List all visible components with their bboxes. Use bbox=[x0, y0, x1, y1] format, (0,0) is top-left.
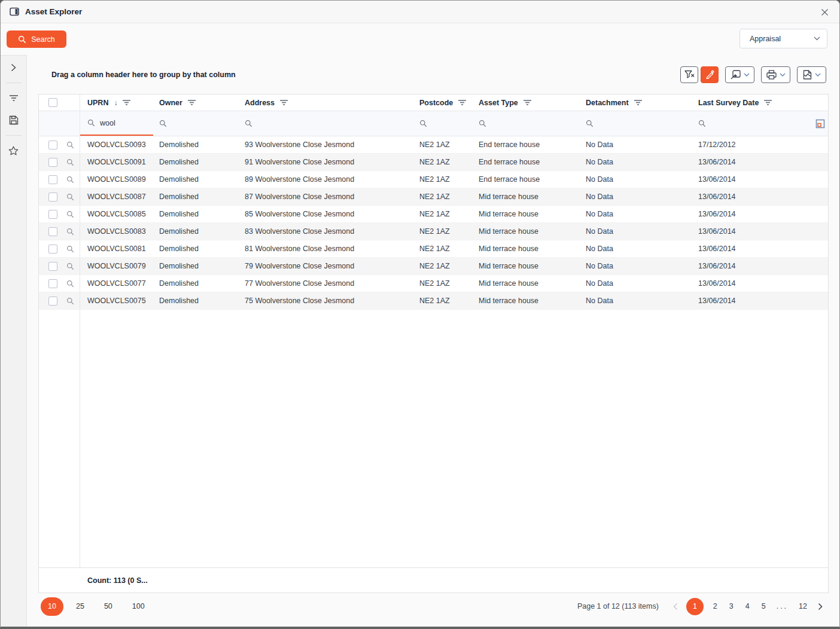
filter-cell-postcode[interactable] bbox=[413, 111, 473, 136]
page-size-100[interactable]: 100 bbox=[125, 602, 152, 610]
count-summary: Count: 113 (0 S... bbox=[87, 576, 148, 585]
filter-cell-owner[interactable] bbox=[153, 111, 239, 136]
cell-owner: Demolished bbox=[153, 175, 239, 184]
row-checkbox[interactable] bbox=[48, 175, 57, 184]
filter-cell-address[interactable] bbox=[239, 111, 413, 136]
cell-owner: Demolished bbox=[153, 193, 239, 201]
search-button[interactable]: Search bbox=[7, 30, 66, 48]
column-header-detachment[interactable]: Detachment bbox=[580, 99, 692, 107]
header-filter-icon[interactable] bbox=[764, 100, 772, 105]
row-checkbox[interactable] bbox=[48, 141, 57, 149]
column-header-asset-type[interactable]: Asset Type bbox=[473, 99, 580, 107]
row-checkbox[interactable] bbox=[48, 297, 57, 306]
header-filter-icon[interactable] bbox=[123, 100, 130, 105]
cell-postcode: NE2 1AZ bbox=[413, 297, 473, 305]
row-search-icon[interactable] bbox=[66, 280, 74, 288]
cell-owner: Demolished bbox=[153, 227, 239, 236]
cell-detachment: No Data bbox=[580, 297, 692, 305]
export-snapshot-button[interactable] bbox=[797, 66, 826, 83]
export-button[interactable] bbox=[725, 66, 754, 83]
row-search-icon[interactable] bbox=[66, 262, 74, 270]
page-size-10[interactable]: 10 bbox=[41, 597, 63, 616]
row-search-icon[interactable] bbox=[66, 176, 74, 184]
filter-panel-button[interactable] bbox=[5, 90, 22, 106]
page-button-1[interactable]: 1 bbox=[686, 598, 704, 615]
row-search-icon[interactable] bbox=[66, 193, 74, 201]
table-row[interactable]: WOOLVCLS0091 Demolished 91 Woolverstone … bbox=[39, 154, 828, 171]
row-checkbox[interactable] bbox=[48, 262, 57, 271]
row-search-icon[interactable] bbox=[66, 141, 74, 149]
row-checkbox[interactable] bbox=[48, 158, 57, 167]
magnifier-icon bbox=[245, 120, 252, 127]
print-button[interactable] bbox=[761, 66, 790, 83]
header-filter-icon[interactable] bbox=[524, 100, 531, 105]
header-filter-icon[interactable] bbox=[188, 100, 196, 105]
expand-panel-button[interactable] bbox=[5, 59, 22, 76]
table-row[interactable]: WOOLVCLS0079 Demolished 79 Woolverstone … bbox=[39, 258, 828, 275]
select-all-checkbox[interactable] bbox=[48, 98, 57, 107]
cell-last-survey-date: 13/06/2014 bbox=[692, 227, 829, 236]
cell-asset-type: Mid terrace house bbox=[473, 227, 580, 236]
header-filter-icon[interactable] bbox=[280, 100, 288, 105]
column-header-address[interactable]: Address bbox=[239, 99, 413, 107]
prev-page-icon[interactable] bbox=[668, 599, 683, 613]
table-row[interactable]: WOOLVCLS0075 Demolished 75 Woolverstone … bbox=[39, 292, 828, 310]
cell-last-survey-date: 13/06/2014 bbox=[692, 245, 829, 253]
table-row[interactable]: WOOLVCLS0081 Demolished 81 Woolverstone … bbox=[39, 240, 828, 258]
filter-cell-asset-type[interactable] bbox=[473, 111, 580, 136]
table-row[interactable]: WOOLVCLS0085 Demolished 85 Woolverstone … bbox=[39, 206, 828, 223]
page-button-4[interactable]: 4 bbox=[739, 598, 756, 615]
row-checkbox[interactable] bbox=[48, 227, 57, 236]
view-mode-select[interactable]: Appraisal bbox=[739, 29, 827, 48]
filter-cell-uprn[interactable]: wool bbox=[80, 111, 153, 136]
page-button-2[interactable]: 2 bbox=[707, 598, 723, 615]
cell-postcode: NE2 1AZ bbox=[413, 141, 473, 149]
page-button-3[interactable]: 3 bbox=[723, 598, 739, 615]
cell-detachment: No Data bbox=[580, 193, 692, 201]
table-row[interactable]: WOOLVCLS0087 Demolished 87 Woolverstone … bbox=[39, 188, 828, 206]
row-checkbox[interactable] bbox=[48, 279, 57, 288]
filter-cell-last-survey-date[interactable] bbox=[692, 111, 829, 136]
column-chooser-icon[interactable] bbox=[815, 119, 825, 129]
edit-button[interactable] bbox=[701, 66, 719, 83]
table-row[interactable]: WOOLVCLS0093 Demolished 93 Woolverstone … bbox=[39, 136, 828, 154]
column-header-postcode[interactable]: Postcode bbox=[413, 99, 473, 107]
page-button-12[interactable]: 12 bbox=[793, 598, 813, 615]
table-row[interactable]: WOOLVCLS0077 Demolished 77 Woolverstone … bbox=[39, 275, 828, 292]
row-checkbox[interactable] bbox=[48, 210, 57, 219]
cell-postcode: NE2 1AZ bbox=[413, 227, 473, 236]
cell-asset-type: Mid terrace house bbox=[473, 193, 580, 201]
cell-address: 91 Woolverstone Close Jesmond bbox=[239, 158, 413, 166]
header-filter-icon[interactable] bbox=[634, 100, 642, 105]
cell-detachment: No Data bbox=[580, 245, 692, 253]
chevron-right-icon bbox=[11, 63, 16, 72]
print-icon bbox=[766, 70, 777, 80]
row-search-icon[interactable] bbox=[66, 245, 74, 253]
column-header-owner[interactable]: Owner bbox=[153, 99, 239, 107]
row-search-icon[interactable] bbox=[66, 158, 74, 166]
page-button-5[interactable]: 5 bbox=[756, 598, 772, 615]
row-search-icon[interactable] bbox=[66, 297, 74, 305]
table-row[interactable]: WOOLVCLS0083 Demolished 83 Woolverstone … bbox=[39, 223, 828, 240]
magnifier-icon bbox=[479, 120, 486, 127]
asset-grid: UPRN ↓ Owner Address Postcode bbox=[38, 94, 829, 593]
save-layout-button[interactable] bbox=[5, 112, 22, 129]
column-header-last-survey-date[interactable]: Last Survey Date bbox=[692, 99, 829, 107]
next-page-icon[interactable] bbox=[813, 599, 827, 613]
clear-filter-button[interactable] bbox=[680, 66, 698, 83]
filter-input-uprn[interactable]: wool bbox=[100, 119, 115, 127]
page-size-50[interactable]: 50 bbox=[97, 602, 120, 610]
group-panel: Drag a column header here to group by th… bbox=[38, 55, 829, 94]
row-search-icon[interactable] bbox=[66, 210, 74, 218]
filter-cell-detachment[interactable] bbox=[580, 111, 692, 136]
favorites-button[interactable] bbox=[5, 142, 22, 159]
header-filter-icon[interactable] bbox=[458, 100, 466, 105]
row-checkbox[interactable] bbox=[48, 193, 57, 201]
magnifier-icon bbox=[159, 120, 167, 127]
table-row[interactable]: WOOLVCLS0089 Demolished 89 Woolverstone … bbox=[39, 171, 828, 188]
row-checkbox[interactable] bbox=[48, 245, 57, 254]
row-search-icon[interactable] bbox=[66, 228, 74, 236]
close-icon[interactable] bbox=[817, 5, 832, 19]
page-size-25[interactable]: 25 bbox=[69, 602, 92, 610]
column-header-uprn[interactable]: UPRN ↓ bbox=[80, 99, 153, 107]
